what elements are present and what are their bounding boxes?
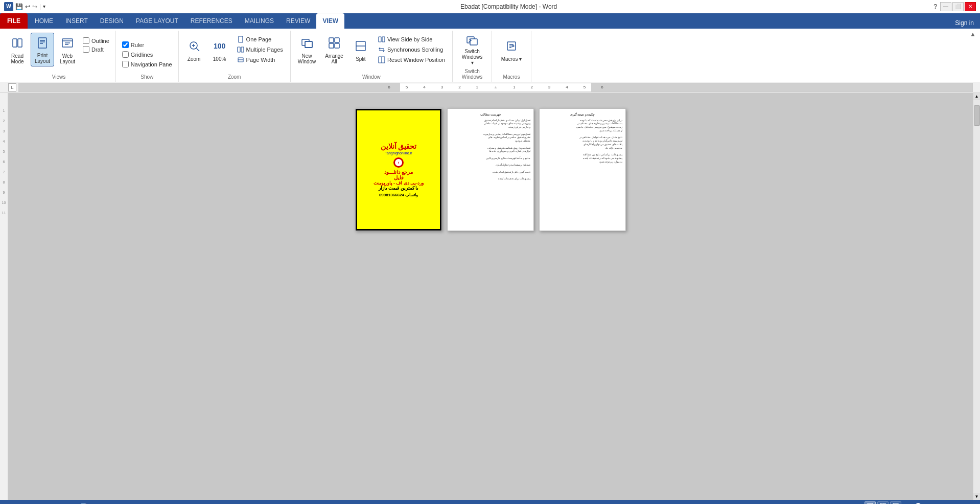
save-button[interactable]: 💾 <box>15 3 23 10</box>
scrollbar-up-arrow[interactable]: ▲ <box>973 93 981 100</box>
tab-design[interactable]: DESIGN <box>94 13 130 29</box>
ruler-label: Ruler <box>131 42 144 48</box>
one-page-button[interactable]: One Page <box>234 35 286 44</box>
page-1: تحقیق آنلاین Tahghighonline.ir t مرجع دا… <box>355 108 442 231</box>
print-layout-icon <box>34 35 51 51</box>
svg-rect-29 <box>382 37 385 42</box>
scrollbar-track[interactable] <box>973 100 981 493</box>
synchronous-scrolling-label: Synchronous Scrolling <box>387 47 443 53</box>
ribbon-group-views: ReadMode PrintLayout <box>2 31 116 82</box>
draft-label: Draft <box>91 47 104 53</box>
vertical-scrollbar[interactable]: ▲ ▼ <box>973 93 980 500</box>
svg-rect-0 <box>13 39 17 47</box>
macros-content: Macros ▾ <box>496 33 527 72</box>
title-text: Ebadat [Compatibility Mode] - Word <box>86 3 931 10</box>
navigation-pane-label: Navigation Pane <box>131 61 172 67</box>
svg-line-11 <box>196 48 199 51</box>
tab-insert[interactable]: INSERT <box>59 13 94 29</box>
ruler-container: L 654321 ▲ 123456 <box>0 82 980 93</box>
synchronous-scrolling-button[interactable]: Synchronous Scrolling <box>375 45 448 54</box>
tab-page-layout[interactable]: PAGE LAYOUT <box>130 13 184 29</box>
zoom-button[interactable]: Zoom <box>183 33 205 66</box>
page2-body: فصل اول: بیان مسئله و هدف از انجام تحقیق… <box>451 119 530 181</box>
zoom-group-label: Zoom <box>228 72 241 80</box>
tab-references[interactable]: REFERENCES <box>184 13 239 29</box>
scrollbar-down-arrow[interactable]: ▼ <box>973 493 981 500</box>
gridlines-input[interactable] <box>122 51 129 58</box>
tab-mailings[interactable]: MAILINGS <box>239 13 280 29</box>
draft-checkbox[interactable]: Draft <box>81 45 111 53</box>
title-bar: W 💾 ↩ ↪ | ▾ Ebadat [Compatibility Mode] … <box>0 0 980 13</box>
collapse-ribbon-button[interactable]: ▲ <box>970 31 976 38</box>
svg-rect-14 <box>239 36 243 42</box>
arrange-all-button[interactable]: ArrangeAll <box>322 33 346 66</box>
reset-window-position-button[interactable]: Reset Window Position <box>375 55 448 64</box>
scrollbar-thumb[interactable] <box>974 105 980 126</box>
web-layout-view-btn[interactable] <box>890 501 901 504</box>
navigation-pane-input[interactable] <box>122 61 129 67</box>
restore-button[interactable]: ⬜ <box>952 2 964 11</box>
view-side-by-side-label: View Side by Side <box>387 36 432 42</box>
undo-button[interactable]: ↩ <box>25 3 30 10</box>
tab-home[interactable]: HOME <box>29 13 59 29</box>
switch-windows-content: SwitchWindows ▾ <box>457 33 487 66</box>
read-mode-button[interactable]: ReadMode <box>6 33 29 66</box>
zoom-100-button[interactable]: 100 100% <box>208 33 231 66</box>
web-layout-label: WebLayout <box>60 53 75 64</box>
print-layout-button[interactable]: PrintLayout <box>31 33 54 66</box>
ribbon-content: ReadMode PrintLayout <box>0 29 980 82</box>
print-layout-view-btn[interactable] <box>865 501 876 504</box>
new-window-icon <box>299 35 315 51</box>
web-layout-button[interactable]: WebLayout <box>56 33 79 66</box>
page-width-label: Page Width <box>246 57 275 63</box>
minimize-button[interactable]: — <box>940 2 951 11</box>
one-page-icon <box>237 36 244 43</box>
window-content: NewWindow ArrangeAll <box>295 33 448 72</box>
redo-button[interactable]: ↪ <box>32 3 37 10</box>
new-window-button[interactable]: NewWindow <box>295 33 319 66</box>
status-bar: PAGE 1 OF 3 446 WORDS 📝 PERSIAN − <box>0 500 980 504</box>
split-button[interactable]: Split <box>349 33 372 66</box>
views-group-label: Views <box>52 72 66 80</box>
svg-rect-35 <box>470 39 477 45</box>
ruler-checkbox[interactable]: Ruler <box>120 41 146 49</box>
switch-windows-group-label: SwitchWindows <box>462 66 483 80</box>
multiple-pages-button[interactable]: Multiple Pages <box>234 45 286 54</box>
navigation-pane-checkbox[interactable]: Navigation Pane <box>120 60 174 68</box>
customize-quick-access[interactable]: ▾ <box>43 4 45 9</box>
help-button[interactable]: ? <box>931 3 939 10</box>
page-row: تحقیق آنلاین Tahghighonline.ir t مرجع دا… <box>355 108 626 231</box>
view-side-by-side-button[interactable]: View Side by Side <box>375 35 448 44</box>
page1-logo: t <box>393 157 404 168</box>
close-button[interactable]: ✕ <box>965 2 976 11</box>
outline-label: Outline <box>91 38 109 44</box>
svg-rect-15 <box>238 47 240 52</box>
page-width-button[interactable]: Page Width <box>234 55 286 64</box>
tab-review[interactable]: REVIEW <box>280 13 316 29</box>
svg-rect-20 <box>305 41 312 48</box>
synchronous-scrolling-icon <box>378 46 385 53</box>
tab-view[interactable]: VIEW <box>316 13 344 29</box>
ribbon-group-switch-windows: SwitchWindows ▾ SwitchWindows <box>453 31 492 82</box>
svg-rect-22 <box>329 38 334 42</box>
gridlines-checkbox[interactable]: Gridlines <box>120 51 155 58</box>
read-mode-view-btn[interactable] <box>877 501 889 504</box>
tab-file[interactable]: FILE <box>0 13 28 29</box>
outline-input[interactable] <box>83 37 89 44</box>
print-layout-label: PrintLayout <box>35 53 50 64</box>
page3-header: چکیده و نتیجه گیری <box>543 113 622 117</box>
page2-header: فهرست مطالب <box>451 113 530 117</box>
sign-in[interactable]: Sign in <box>949 17 980 29</box>
switch-windows-button[interactable]: SwitchWindows ▾ <box>457 33 487 66</box>
document-area[interactable]: تحقیق آنلاین Tahghighonline.ir t مرجع دا… <box>8 93 973 500</box>
page1-content: تحقیق آنلاین Tahghighonline.ir t مرجع دا… <box>356 109 441 231</box>
word-icon: W <box>4 2 13 11</box>
draft-input[interactable] <box>83 46 89 53</box>
page-2: فهرست مطالب فصل اول: بیان مسئله و هدف از… <box>447 108 534 231</box>
ruler-input[interactable] <box>122 41 129 48</box>
macros-button[interactable]: Macros ▾ <box>496 33 527 66</box>
outline-checkbox[interactable]: Outline <box>81 37 111 44</box>
read-mode-label: ReadMode <box>11 53 24 64</box>
tab-bar: FILE HOME INSERT DESIGN PAGE LAYOUT REFE… <box>0 13 980 29</box>
svg-rect-16 <box>241 47 244 52</box>
